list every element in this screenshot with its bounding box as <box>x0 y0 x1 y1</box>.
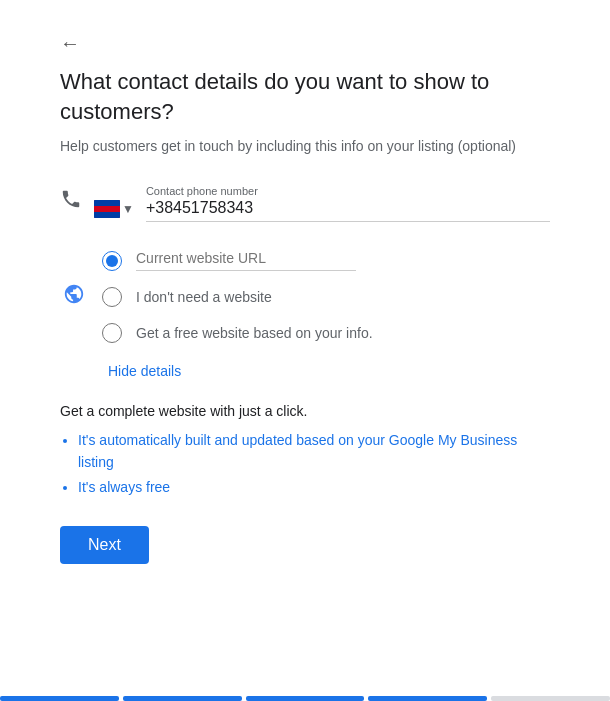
radio-free-website-label: Get a free website based on your info. <box>136 325 373 341</box>
progress-bar <box>0 696 610 701</box>
page-title: What contact details do you want to show… <box>60 67 550 126</box>
free-website-headline: Get a complete website with just a click… <box>60 400 550 422</box>
progress-seg-4 <box>368 696 487 701</box>
radio-option-current <box>102 250 550 271</box>
radio-current[interactable] <box>102 251 122 271</box>
country-flag <box>94 200 120 218</box>
country-flag-dropdown[interactable]: ▼ <box>94 200 134 218</box>
free-website-info: Get a complete website with just a click… <box>60 400 550 498</box>
phone-input[interactable] <box>146 199 550 222</box>
website-row: I don't need a website Get a free websit… <box>60 250 550 343</box>
page-subtitle: Help customers get in touch by including… <box>60 136 550 157</box>
phone-field-wrap: Contact phone number <box>146 185 550 222</box>
website-radio-group: I don't need a website Get a free websit… <box>102 250 550 343</box>
hide-details-link[interactable]: Hide details <box>108 363 181 379</box>
website-url-input[interactable] <box>136 250 356 271</box>
globe-icon <box>60 283 88 311</box>
radio-no-website[interactable] <box>102 287 122 307</box>
free-website-bullets: It's automatically built and updated bas… <box>78 429 550 498</box>
back-arrow-icon: ← <box>60 32 80 55</box>
progress-seg-5 <box>491 696 610 701</box>
free-website-bullet-1: It's automatically built and updated bas… <box>78 429 550 474</box>
phone-icon <box>60 188 82 216</box>
back-button[interactable]: ← <box>60 32 80 55</box>
progress-seg-3 <box>246 696 365 701</box>
radio-no-website-label: I don't need a website <box>136 289 272 305</box>
progress-seg-2 <box>123 696 242 701</box>
phone-label: Contact phone number <box>146 185 550 197</box>
progress-seg-1 <box>0 696 119 701</box>
radio-option-no-website: I don't need a website <box>102 287 550 307</box>
radio-free-website[interactable] <box>102 323 122 343</box>
website-section: I don't need a website Get a free websit… <box>60 250 550 498</box>
dropdown-arrow-icon: ▼ <box>122 202 134 216</box>
radio-option-free-website: Get a free website based on your info. <box>102 323 550 343</box>
phone-section: ▼ Contact phone number <box>60 185 550 222</box>
next-button[interactable]: Next <box>60 526 149 564</box>
free-website-bullet-2: It's always free <box>78 476 550 498</box>
